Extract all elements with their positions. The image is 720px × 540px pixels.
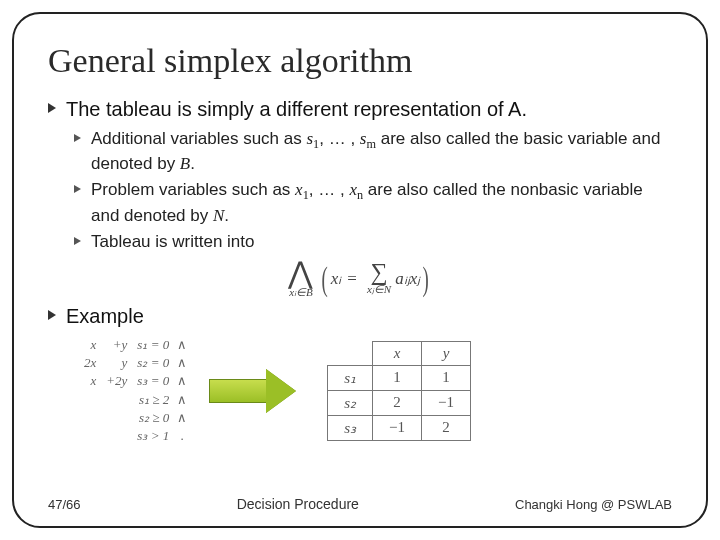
sigma-icon: ∑ xⱼ∈N: [367, 262, 391, 297]
footer-author: Changki Hong @ PSWLAB: [515, 497, 672, 512]
eq-lhs: xᵢ: [331, 268, 342, 289]
triangle-bullet-icon: [48, 310, 56, 320]
table-row: s₂ 2 −1: [328, 390, 471, 415]
subbullet-text: Additional variables such as s1, … , sm …: [91, 128, 672, 175]
sigma-sub: xⱼ∈N: [367, 283, 391, 296]
arrow-right-icon: [209, 369, 299, 413]
triangle-bullet-icon: [74, 185, 81, 193]
eq-row: x+ys₁ = 0∧: [80, 337, 189, 353]
col-header: x: [373, 341, 422, 365]
text-frag: , … ,: [319, 129, 360, 148]
cell: 2: [421, 415, 470, 440]
eq-body: xᵢ = ∑ xⱼ∈N aᵢⱼxⱼ: [331, 262, 420, 297]
subbullet-basic-vars: Additional variables such as s1, … , sm …: [48, 128, 672, 175]
eq-row: 2xys₂ = 0∧: [80, 355, 189, 371]
row-header: s₁: [328, 365, 373, 390]
cell: −1: [373, 415, 422, 440]
bullet-text: Example: [66, 303, 144, 329]
eq-rhs: aᵢⱼxⱼ: [395, 268, 420, 289]
example-content: x+ys₁ = 0∧ 2xys₂ = 0∧ x+2ys₃ = 0∧ s₁ ≥ 2…: [48, 335, 672, 447]
table-row: x y: [328, 341, 471, 365]
eq-row: s₂ ≥ 0∧: [80, 410, 189, 426]
slide-frame: General simplex algorithm The tableau is…: [12, 12, 708, 528]
set-B: B: [180, 154, 190, 173]
col-header: y: [421, 341, 470, 365]
text-frag: , … ,: [309, 180, 350, 199]
set-N: N: [213, 206, 224, 225]
var-xn: xn: [349, 180, 363, 199]
subbullet-tableau-written: Tableau is written into: [48, 231, 672, 253]
cell: 1: [373, 365, 422, 390]
var-s1: s1: [306, 129, 319, 148]
table-row: s₁ 1 1: [328, 365, 471, 390]
lparen-icon: (: [322, 260, 328, 298]
text-frag: Additional variables such as: [91, 129, 306, 148]
eq-row: s₃ > 1.: [80, 428, 189, 444]
bullet-example: Example: [48, 303, 672, 329]
triangle-bullet-icon: [74, 237, 81, 245]
rparen-icon: ): [423, 260, 429, 298]
triangle-bullet-icon: [74, 134, 81, 142]
bullet-tableau-rep: The tableau is simply a different repres…: [48, 96, 672, 122]
row-header: s₂: [328, 390, 373, 415]
eq-row: s₁ ≥ 2∧: [80, 392, 189, 408]
corner-cell: [328, 341, 373, 365]
subbullet-text: Problem variables such as x1, … , xn are…: [91, 179, 672, 226]
footer: 47/66 Decision Procedure Changki Hong @ …: [48, 496, 672, 512]
text-frag: .: [190, 154, 195, 173]
var-x1: x1: [295, 180, 309, 199]
page-title: General simplex algorithm: [48, 42, 672, 80]
cell: −1: [421, 390, 470, 415]
wedge-sub: xᵢ∈B: [289, 286, 313, 299]
slide-number: 47/66: [48, 497, 81, 512]
text-frag: Problem variables such as: [91, 180, 295, 199]
subbullet-nonbasic-vars: Problem variables such as x1, … , xn are…: [48, 179, 672, 226]
formula: ⋀ xᵢ∈B ( xᵢ = ∑ xⱼ∈N aᵢⱼxⱼ ): [288, 259, 431, 299]
row-header: s₃: [328, 415, 373, 440]
equation-system: x+ys₁ = 0∧ 2xys₂ = 0∧ x+2ys₃ = 0∧ s₁ ≥ 2…: [78, 335, 191, 447]
tableau-table: x y s₁ 1 1 s₂ 2 −1 s₃ −1 2: [327, 341, 471, 441]
text-frag: .: [224, 206, 229, 225]
cell: 1: [421, 365, 470, 390]
bullet-text: The tableau is simply a different repres…: [66, 96, 527, 122]
bigwedge-icon: ⋀ xᵢ∈B: [288, 259, 313, 299]
eq-row: x+2ys₃ = 0∧: [80, 373, 189, 389]
cell: 2: [373, 390, 422, 415]
triangle-bullet-icon: [48, 103, 56, 113]
formula-block: ⋀ xᵢ∈B ( xᵢ = ∑ xⱼ∈N aᵢⱼxⱼ ): [48, 259, 672, 299]
table-row: s₃ −1 2: [328, 415, 471, 440]
footer-title: Decision Procedure: [81, 496, 515, 512]
var-sm: sm: [360, 129, 376, 148]
subbullet-text: Tableau is written into: [91, 231, 254, 253]
